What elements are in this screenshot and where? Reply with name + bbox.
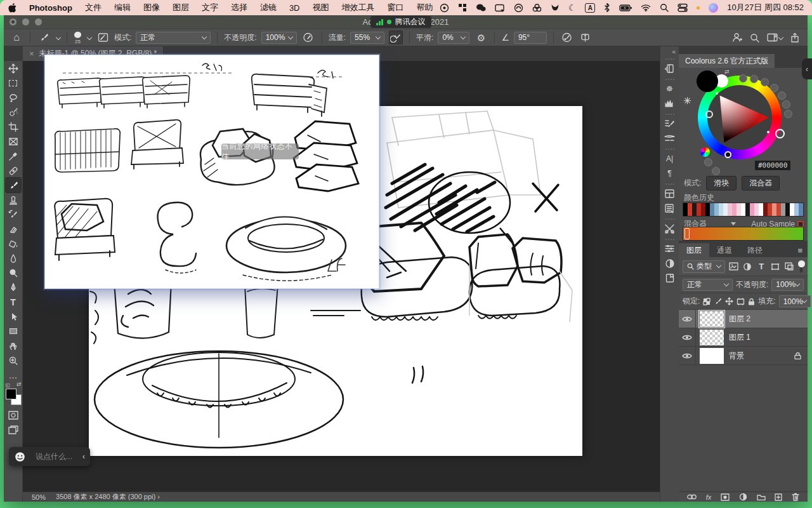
lock-position-icon[interactable] xyxy=(725,296,733,307)
meeting-overlay[interactable]: 腾讯会议 xyxy=(370,16,431,28)
wheel-foreground-swatch[interactable] xyxy=(697,70,718,92)
dock-collapse-icon[interactable]: « xyxy=(672,48,676,55)
chat-widget[interactable]: 说点什么... ‹ xyxy=(9,447,90,466)
lock-transparency-icon[interactable] xyxy=(703,296,710,307)
tab-layers[interactable]: 图层 xyxy=(679,243,709,257)
add-mask-button[interactable] xyxy=(721,493,730,501)
lasso-tool[interactable] xyxy=(6,90,21,105)
wheel-option-button-6[interactable] xyxy=(782,100,790,109)
history-swatch[interactable] xyxy=(776,203,781,216)
wheel-lower-button-2[interactable] xyxy=(712,167,720,175)
pressure-size-icon[interactable] xyxy=(560,30,574,44)
mini-color-wheel-button[interactable] xyxy=(700,147,710,157)
history-swatch[interactable] xyxy=(790,203,794,216)
history-swatch[interactable] xyxy=(737,203,741,216)
auto-sample-checkbox[interactable] xyxy=(797,221,804,227)
chat-input-placeholder[interactable]: 说点什么... xyxy=(36,451,72,462)
layer-2-thumbnail[interactable] xyxy=(700,311,724,327)
fox-app-icon[interactable] xyxy=(551,3,560,12)
history-swatch[interactable] xyxy=(692,203,697,216)
eyedropper-tool[interactable] xyxy=(6,149,21,163)
document-info[interactable]: 3508 像素 x 2480 像素 (300 ppi) › xyxy=(56,492,160,502)
layer-opacity-select[interactable]: 100% xyxy=(771,279,804,291)
layer-filter-type-select[interactable]: 类型 xyxy=(683,260,725,273)
shape-tool[interactable] xyxy=(6,324,21,338)
menu-app-name[interactable]: Photoshop xyxy=(29,3,72,13)
creative-cloud-icon[interactable] xyxy=(514,3,523,13)
slider-mode-button[interactable]: 滑块 xyxy=(706,176,737,190)
tab-channels[interactable]: 通道 xyxy=(709,243,740,257)
menu-item-plugins[interactable]: 增效工具 xyxy=(342,2,375,13)
quick-mask-button[interactable] xyxy=(6,408,21,422)
hue-ring-marker[interactable] xyxy=(705,110,713,118)
screen-mode-button[interactable] xyxy=(6,422,21,437)
history-swatch[interactable] xyxy=(705,203,710,216)
control-center-icon[interactable] xyxy=(678,3,688,12)
menu-item-3d[interactable]: 3D xyxy=(289,3,300,13)
filter-toggle-switch[interactable] xyxy=(798,260,804,272)
menu-item-layer[interactable]: 图层 xyxy=(173,2,189,13)
hex-value-field[interactable]: #000000 xyxy=(755,161,790,170)
menu-item-view[interactable]: 视图 xyxy=(313,2,329,13)
layer-1-name[interactable]: 图层 1 xyxy=(729,332,750,343)
brush-preview-chevron-icon[interactable] xyxy=(87,35,92,40)
history-swatch[interactable] xyxy=(785,203,790,216)
healing-brush-tool[interactable] xyxy=(6,163,21,178)
workspace-switcher-icon[interactable] xyxy=(767,33,783,42)
panel-edge-collapse-handle[interactable]: ‹ xyxy=(802,58,812,79)
home-button[interactable]: ⌂ xyxy=(10,30,23,44)
new-layer-button[interactable] xyxy=(775,493,782,501)
brush-angle-input[interactable]: 95° xyxy=(514,32,547,44)
history-swatch[interactable] xyxy=(741,203,745,216)
mixer-dropdown-icon[interactable] xyxy=(731,222,736,225)
crop-tool[interactable] xyxy=(6,119,21,134)
tool-preset-chevron-icon[interactable] xyxy=(56,35,61,40)
account-icon[interactable] xyxy=(732,32,742,43)
history-swatch[interactable] xyxy=(772,203,776,216)
history-swatch[interactable] xyxy=(728,203,732,216)
marquee-tool[interactable] xyxy=(6,76,21,90)
layer-row-1[interactable]: 图层 1 xyxy=(679,328,808,347)
filter-type-layers-icon[interactable]: T xyxy=(756,261,767,272)
menu-item-help[interactable]: 帮助 xyxy=(417,2,433,13)
paint-bucket-tool[interactable] xyxy=(6,236,21,251)
wheel-swap-icon[interactable]: ⇄ xyxy=(724,69,808,75)
layer-style-button[interactable]: fx xyxy=(706,493,712,501)
lock-artboard-icon[interactable] xyxy=(737,296,745,307)
filter-adjustment-layers-icon[interactable] xyxy=(742,261,753,272)
layer-2-name[interactable]: 图层 2 xyxy=(729,314,750,324)
do-not-disturb-moon-icon[interactable]: ☾ xyxy=(568,3,577,12)
menu-item-window[interactable]: 窗口 xyxy=(388,2,404,13)
spotlight-search-icon[interactable] xyxy=(660,3,669,12)
hand-tool[interactable] xyxy=(6,338,21,353)
layer-2-visibility-toggle[interactable] xyxy=(679,310,696,328)
wheel-option-button-4[interactable] xyxy=(770,84,778,92)
clone-source-panel-icon[interactable] xyxy=(662,271,678,285)
history-swatch[interactable] xyxy=(732,203,737,216)
history-swatch[interactable] xyxy=(799,203,803,216)
paragraph-panel-icon[interactable]: ¶ xyxy=(662,166,678,180)
flow-select[interactable]: 55% xyxy=(350,32,384,44)
default-colors-icon[interactable]: ◱ xyxy=(6,382,11,388)
history-swatch[interactable] xyxy=(750,203,754,216)
filter-pixel-layers-icon[interactable] xyxy=(728,261,739,272)
opacity-select[interactable]: 100% xyxy=(261,32,297,44)
wheel-option-button-7[interactable] xyxy=(784,110,792,118)
wheel-option-button-5[interactable] xyxy=(778,91,786,100)
history-swatch[interactable] xyxy=(723,203,728,216)
wheel-lower-button-1[interactable] xyxy=(704,158,712,166)
mixer-gradient-selector[interactable] xyxy=(684,228,690,239)
menu-item-type[interactable]: 文字 xyxy=(202,2,218,13)
wheel-option-button-1[interactable] xyxy=(739,74,747,83)
music-app-icon[interactable] xyxy=(440,3,449,13)
siri-icon[interactable] xyxy=(709,3,718,13)
history-swatch[interactable] xyxy=(768,203,772,216)
history-panel-icon[interactable] xyxy=(662,61,678,76)
swap-colors-icon[interactable]: ⇄ xyxy=(16,381,22,387)
smoothing-gear-icon[interactable]: ⚙ xyxy=(474,30,488,44)
pen-tool[interactable] xyxy=(6,280,21,295)
brush-settings-toggle-icon[interactable] xyxy=(96,30,110,44)
coolorus-tab[interactable]: Coolorus 2.6 官方正式版 xyxy=(679,54,775,68)
adjustments-sliders-icon[interactable] xyxy=(662,241,678,256)
history-swatch[interactable] xyxy=(763,203,768,216)
